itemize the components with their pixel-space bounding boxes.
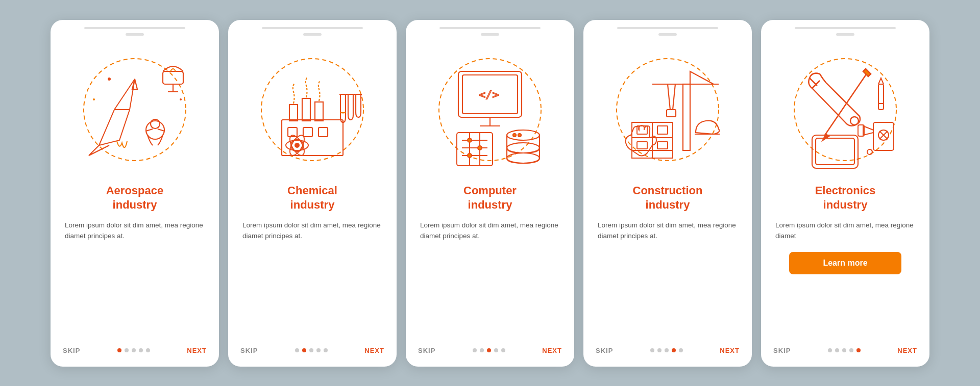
computer-desc: Lorem ipsum dolor sit dim amet, mea regi…	[420, 220, 560, 242]
computer-dots	[473, 348, 505, 352]
dot-2	[125, 348, 129, 352]
card-electronics: Electronics industry Lorem ipsum dolor s…	[761, 20, 929, 367]
svg-point-22	[295, 143, 299, 147]
dot-3	[309, 348, 313, 352]
card-top-bar-4	[617, 27, 718, 29]
aerospace-skip[interactable]: SKIP	[63, 347, 80, 354]
svg-point-7	[93, 98, 95, 100]
aerospace-illustration	[51, 36, 219, 184]
dot-2	[480, 348, 484, 352]
cards-container: Aerospace industry Lorem ipsum dolor sit…	[51, 20, 929, 367]
svg-rect-12	[302, 98, 310, 121]
dot-4	[849, 348, 853, 352]
construction-next[interactable]: NEXT	[720, 347, 740, 354]
computer-content: Computer industry Lorem ipsum dolor sit …	[406, 184, 574, 342]
computer-footer: SKIP NEXT	[406, 342, 574, 354]
computer-next[interactable]: NEXT	[542, 347, 562, 354]
construction-dots	[650, 348, 683, 352]
aerospace-next[interactable]: NEXT	[187, 347, 207, 354]
svg-point-35	[468, 153, 472, 158]
dot-3	[842, 348, 846, 352]
chemical-desc: Lorem ipsum dolor sit dim amet, mea regi…	[242, 220, 382, 242]
electronics-next[interactable]: NEXT	[897, 347, 917, 354]
chemical-content: Chemical industry Lorem ipsum dolor sit …	[228, 184, 397, 342]
dot-2	[302, 348, 306, 352]
dot-4	[672, 348, 676, 352]
card-aerospace: Aerospace industry Lorem ipsum dolor sit…	[51, 20, 219, 367]
card-top-bar	[84, 27, 185, 29]
dot-5	[146, 348, 150, 352]
construction-illustration	[583, 36, 752, 184]
construction-title: Construction industry	[598, 184, 738, 213]
chemical-skip[interactable]: SKIP	[240, 347, 258, 354]
card-top-bar-5	[795, 27, 896, 29]
electronics-dots	[828, 348, 861, 352]
dot-3	[665, 348, 669, 352]
dot-1	[295, 348, 299, 352]
svg-rect-52	[637, 142, 647, 149]
learn-more-button[interactable]: Learn more	[789, 252, 901, 274]
svg-rect-16	[318, 127, 328, 137]
svg-rect-15	[303, 127, 312, 137]
svg-point-8	[180, 98, 182, 100]
svg-rect-51	[657, 126, 668, 134]
svg-rect-10	[282, 120, 343, 156]
computer-title: Computer industry	[420, 184, 560, 213]
svg-line-43	[668, 84, 670, 110]
aerospace-footer: SKIP NEXT	[51, 342, 219, 354]
chemical-illustration	[228, 36, 397, 184]
dot-1	[473, 348, 477, 352]
dot-3	[487, 348, 491, 352]
dot-4	[316, 348, 321, 352]
svg-rect-11	[289, 105, 298, 121]
svg-point-55	[850, 117, 859, 125]
dot-2	[835, 348, 839, 352]
svg-rect-45	[667, 110, 676, 117]
svg-point-6	[108, 78, 111, 81]
svg-point-33	[468, 138, 472, 142]
aerospace-title: Aerospace industry	[65, 184, 205, 213]
dot-5	[679, 348, 683, 352]
svg-text:</>: </>	[479, 88, 499, 101]
dot-5	[324, 348, 328, 352]
dot-1	[828, 348, 832, 352]
card-construction: Construction industry Lorem ipsum dolor …	[583, 20, 752, 367]
electronics-skip[interactable]: SKIP	[773, 347, 791, 354]
svg-rect-58	[816, 138, 854, 165]
svg-line-56	[825, 71, 868, 135]
dot-4	[139, 348, 143, 352]
electronics-desc: Lorem ipsum dolor sit dim amet, mea regi…	[775, 220, 915, 242]
aerospace-desc: Lorem ipsum dolor sit dim amet, mea regi…	[65, 220, 205, 242]
dot-3	[132, 348, 136, 352]
electronics-title: Electronics industry	[775, 184, 915, 213]
svg-point-59	[867, 149, 872, 155]
computer-skip[interactable]: SKIP	[418, 347, 435, 354]
computer-illustration: </>	[406, 36, 574, 184]
aerospace-content: Aerospace industry Lorem ipsum dolor sit…	[51, 184, 219, 342]
svg-rect-57	[812, 135, 858, 168]
svg-rect-42	[683, 84, 690, 150]
card-chemical: Chemical industry Lorem ipsum dolor sit …	[228, 20, 397, 367]
construction-content: Construction industry Lorem ipsum dolor …	[583, 184, 752, 342]
svg-rect-65	[878, 84, 884, 110]
chemical-footer: SKIP NEXT	[228, 342, 397, 354]
electronics-content: Electronics industry Lorem ipsum dolor s…	[761, 184, 929, 342]
svg-point-36	[507, 130, 540, 140]
svg-point-23	[439, 59, 541, 161]
svg-line-44	[673, 84, 675, 110]
electronics-footer: SKIP NEXT	[761, 342, 929, 354]
dot-1	[117, 348, 121, 352]
dot-1	[650, 348, 654, 352]
construction-skip[interactable]: SKIP	[596, 347, 613, 354]
dot-5	[501, 348, 505, 352]
electronics-illustration	[761, 36, 929, 184]
card-top-bar-3	[439, 27, 541, 29]
chemical-dots	[295, 348, 328, 352]
svg-rect-13	[315, 102, 323, 121]
chemical-next[interactable]: NEXT	[364, 347, 384, 354]
svg-rect-3	[163, 71, 183, 84]
construction-footer: SKIP NEXT	[583, 342, 752, 354]
svg-rect-27	[457, 133, 493, 166]
svg-point-34	[478, 146, 482, 150]
dot-4	[494, 348, 498, 352]
